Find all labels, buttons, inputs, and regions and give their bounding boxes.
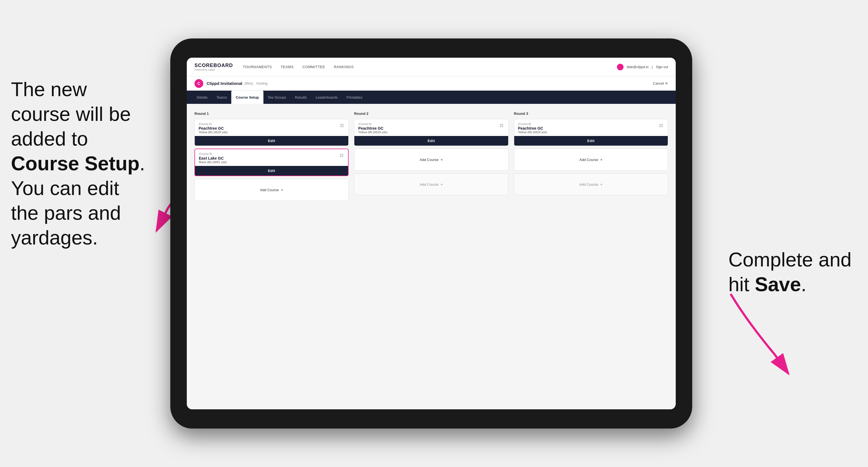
round1-course-b-menu[interactable]: ⊡ <box>339 152 344 158</box>
round3-add-course-card-1[interactable]: Add Course + <box>514 149 668 170</box>
round2-add-course-card-2: Add Course + <box>354 173 508 195</box>
round2-course-a-label: (Course A) <box>358 123 387 126</box>
tournament-bar: C Clippd Invitational (Men) Hosting Canc… <box>187 76 676 91</box>
round-1-label: Round 1 <box>194 112 348 116</box>
round1-course-b-card: (Course B) East Lake GC Black (M) (6891 … <box>194 149 348 176</box>
round1-course-b-header: (Course B) East Lake GC Black (M) (6891 … <box>195 149 348 166</box>
round1-course-a-tee: Yellow (M) (6629 yds) <box>198 130 228 134</box>
round3-add-course-card-2: Add Course + <box>514 173 668 195</box>
user-email: blair@clippd.io <box>627 65 649 69</box>
round2-add-course-card-1[interactable]: Add Course + <box>354 149 508 170</box>
round1-course-b-tee: Black (M) (6891 yds) <box>199 160 227 164</box>
tab-leaderboards[interactable]: Leaderboards <box>311 91 342 104</box>
round2-plus-icon-1: + <box>441 157 443 162</box>
tournament-hosting: Hosting <box>256 82 268 86</box>
tab-results[interactable]: Results <box>290 91 311 104</box>
round1-course-a-label: (Course A) <box>198 123 228 126</box>
round3-add-course-text-2: Add Course + <box>579 182 602 187</box>
round-2-column: Round 2 (Course A) Peachtree GC Yellow (… <box>354 112 508 204</box>
round2-course-a-header: (Course A) Peachtree GC Yellow (M) (6629… <box>354 119 508 136</box>
round-1-column: Round 1 (Course A) Peachtree GC Yellow (… <box>194 112 348 204</box>
nav-tournaments[interactable]: TOURNAMENTS <box>243 64 272 70</box>
round2-course-a-card: (Course A) Peachtree GC Yellow (M) (6629… <box>354 119 508 146</box>
round1-course-a-card: (Course A) Peachtree GC Yellow (M) (6629… <box>194 119 348 146</box>
round3-course-a-tee: Yellow (M) (6629 yds) <box>518 130 547 134</box>
logo-area: SCOREBOARD Powered by clippd <box>194 63 233 71</box>
main-content: Round 1 (Course A) Peachtree GC Yellow (… <box>187 104 676 409</box>
round3-course-a-menu[interactable]: ⊡ <box>658 123 664 128</box>
round2-plus-icon-2: + <box>441 182 443 187</box>
cancel-button[interactable]: Cancel ✕ <box>653 81 668 86</box>
tab-details[interactable]: Details <box>192 91 212 104</box>
nav-committee[interactable]: COMMITTEE <box>303 64 325 70</box>
tab-tee-groups[interactable]: Tee Groups <box>264 91 290 104</box>
user-avatar <box>617 64 623 70</box>
round-3-label: Round 3 <box>514 112 668 116</box>
nav-links: TOURNAMENTS TEAMS COMMITTEE RANKINGS <box>243 64 617 70</box>
top-nav: SCOREBOARD Powered by clippd TOURNAMENTS… <box>187 58 676 76</box>
annotation-left: The new course will be added to Course S… <box>11 77 145 250</box>
nav-rankings[interactable]: RANKINGS <box>334 64 353 70</box>
tournament-gender: (Men) <box>245 82 253 86</box>
round2-course-a-edit-button[interactable]: Edit <box>354 136 508 146</box>
tournament-logo: C <box>194 79 203 88</box>
round3-course-a-header: (Course A) Peachtree GC Yellow (M) (6629… <box>514 119 668 136</box>
tab-printables[interactable]: Printables <box>342 91 367 104</box>
arrow-right <box>720 288 802 382</box>
round1-add-course-card[interactable]: Add Course + <box>194 179 348 201</box>
round3-plus-icon-1: + <box>600 157 602 162</box>
round1-plus-icon: + <box>281 188 283 192</box>
round-2-label: Round 2 <box>354 112 508 116</box>
round1-course-a-menu[interactable]: ⊡ <box>339 123 344 128</box>
round1-course-b-name: East Lake GC <box>199 156 227 160</box>
nav-separator: | <box>652 65 653 69</box>
course-setup-bold: Course Setup <box>11 152 140 175</box>
round2-course-a-name: Peachtree GC <box>358 126 387 130</box>
round-3-column: Round 3 (Course A) Peachtree GC Yellow (… <box>514 112 668 204</box>
tablet-screen: SCOREBOARD Powered by clippd TOURNAMENTS… <box>187 58 676 409</box>
nav-teams[interactable]: TEAMS <box>281 64 293 70</box>
logo-subtext: Powered by clippd <box>194 68 233 71</box>
round3-course-a-label: (Course A) <box>518 123 547 126</box>
round1-add-course-text: Add Course + <box>260 188 283 192</box>
tab-course-setup[interactable]: Course Setup <box>231 91 264 104</box>
round3-plus-icon-2: + <box>600 182 602 187</box>
round1-course-b-label: (Course B) <box>199 152 227 155</box>
round3-add-course-text-1: Add Course + <box>579 157 602 162</box>
round2-course-a-tee: Yellow (M) (6629 yds) <box>358 130 387 134</box>
round3-course-a-edit-button[interactable]: Edit <box>514 136 668 146</box>
round3-course-a-name: Peachtree GC <box>518 126 547 130</box>
tournament-name: Clippd Invitational <box>207 81 242 86</box>
tab-bar: Details Teams Course Setup Tee Groups Re… <box>187 91 676 104</box>
round1-course-b-edit-button[interactable]: Edit <box>195 166 348 176</box>
round1-course-a-name: Peachtree GC <box>198 126 228 130</box>
round2-add-course-text-1: Add Course + <box>420 157 443 162</box>
sign-out-link[interactable]: Sign out <box>656 65 668 69</box>
tablet-device: SCOREBOARD Powered by clippd TOURNAMENTS… <box>170 38 692 429</box>
round1-course-a-header: (Course A) Peachtree GC Yellow (M) (6629… <box>195 119 348 136</box>
scoreboard-logo: SCOREBOARD <box>194 63 233 68</box>
round2-course-a-menu[interactable]: ⊡ <box>499 123 504 128</box>
round2-add-course-text-2: Add Course + <box>420 182 443 187</box>
tab-teams[interactable]: Teams <box>212 91 231 104</box>
round3-course-a-card: (Course A) Peachtree GC Yellow (M) (6629… <box>514 119 668 146</box>
round1-course-a-edit-button[interactable]: Edit <box>195 136 348 146</box>
nav-right: blair@clippd.io | Sign out <box>617 64 668 70</box>
rounds-grid: Round 1 (Course A) Peachtree GC Yellow (… <box>194 112 668 204</box>
